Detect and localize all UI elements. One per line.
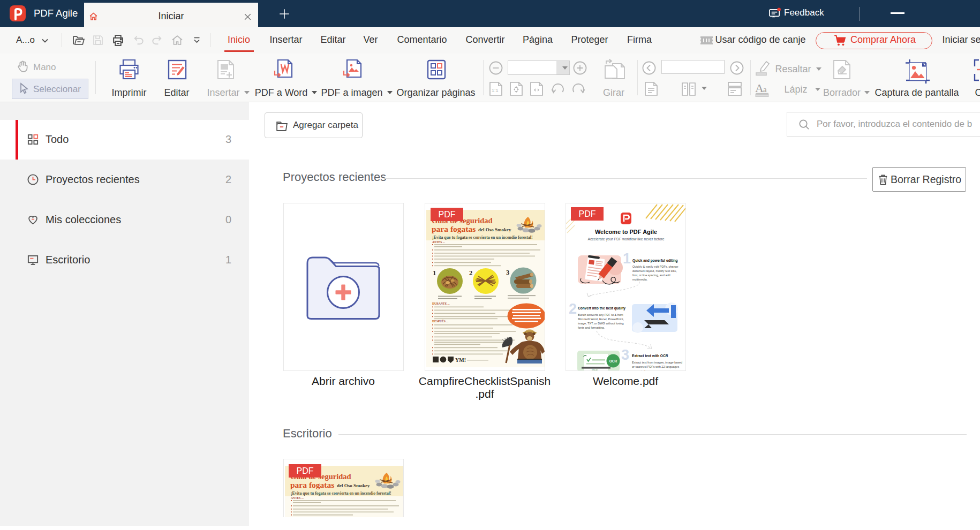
- svg-text:A: A: [755, 81, 764, 95]
- svg-text:1:1: 1:1: [492, 88, 499, 93]
- svg-text:a: a: [763, 85, 767, 94]
